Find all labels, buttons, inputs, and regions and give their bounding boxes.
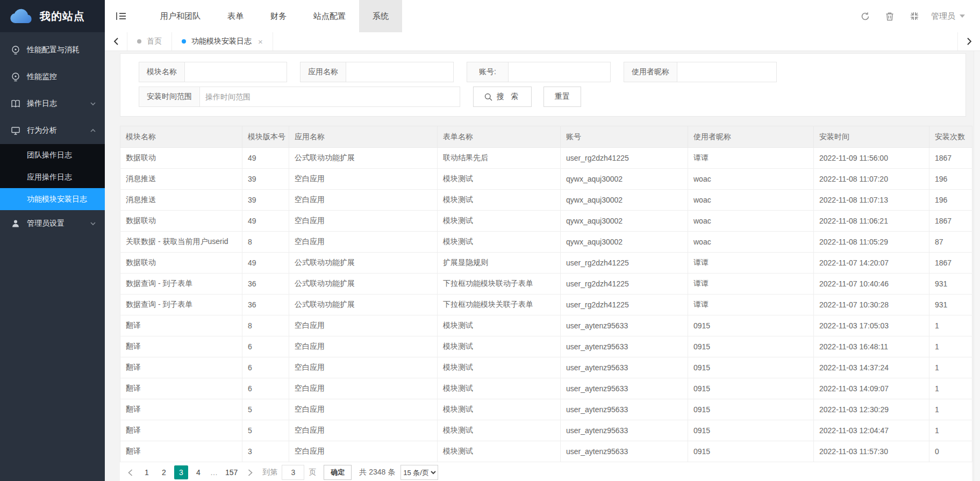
chevron-right-icon bbox=[248, 469, 253, 476]
table-cell: 6 bbox=[242, 336, 289, 357]
table-cell: user_rg2dzh41225 bbox=[561, 274, 688, 295]
nickname-input[interactable] bbox=[677, 62, 777, 82]
clear-cache-button[interactable] bbox=[877, 0, 902, 32]
jump-prefix-label: 到第 bbox=[262, 468, 277, 477]
tab-module-install-log[interactable]: 功能模块安装日志 × bbox=[172, 32, 273, 51]
nav-item-system[interactable]: 系统 bbox=[359, 0, 402, 32]
table-cell: user_aytenz95633 bbox=[561, 399, 688, 420]
table-cell: 模块测试 bbox=[438, 232, 561, 253]
table-cell: 1 bbox=[929, 336, 972, 357]
collapse-menu-icon bbox=[116, 12, 126, 20]
col-header-account: 账号 bbox=[561, 126, 688, 148]
table-cell: 2022-11-03 17:05:03 bbox=[814, 315, 929, 336]
table-cell: 翻译 bbox=[120, 441, 242, 462]
sidebar-item-behavior-analysis[interactable]: 行为分析 bbox=[0, 117, 105, 144]
table-row: 关联数据 - 获取当前用户userid8空白应用模块测试qywx_aquj300… bbox=[120, 232, 972, 253]
pagination-page-3-active[interactable]: 3 bbox=[174, 465, 188, 479]
table-cell: 空白应用 bbox=[289, 378, 438, 399]
table-cell: user_aytenz95633 bbox=[561, 441, 688, 462]
table-cell: 87 bbox=[929, 232, 972, 253]
tabs-scroll-right-button[interactable] bbox=[957, 32, 980, 51]
table-cell: 公式联动功能扩展 bbox=[289, 253, 438, 274]
table-cell: user_aytenz95633 bbox=[561, 315, 688, 336]
table-cell: 5 bbox=[242, 420, 289, 441]
admin-user-menu[interactable]: 管理员 bbox=[931, 11, 965, 21]
sidebar-item-admin-settings[interactable]: 管理员设置 bbox=[0, 210, 105, 237]
pagination-prev-button[interactable] bbox=[122, 465, 138, 480]
table-cell: 2022-11-03 14:37:24 bbox=[814, 357, 929, 378]
table-cell: 0915 bbox=[688, 336, 814, 357]
refresh-button[interactable] bbox=[853, 0, 877, 32]
filter-module-name: 模块名称 bbox=[139, 62, 287, 82]
tab-close-icon[interactable]: × bbox=[258, 37, 263, 46]
col-header-install-time: 安装时间 bbox=[814, 126, 929, 148]
install-time-input[interactable] bbox=[200, 87, 460, 107]
pagination-page-1[interactable]: 1 bbox=[140, 465, 154, 479]
table-cell: 数据联动 bbox=[120, 148, 242, 169]
sidebar-item-performance-monitor[interactable]: 性能监控 bbox=[0, 63, 105, 90]
reset-button[interactable]: 重置 bbox=[543, 87, 581, 107]
table-cell: woac bbox=[688, 190, 814, 211]
table-cell: user_rg2dzh41225 bbox=[561, 253, 688, 274]
logo-bar: 我的站点 bbox=[0, 0, 105, 32]
cloud-logo-icon bbox=[10, 8, 33, 24]
table-cell: 2022-11-08 11:06:21 bbox=[814, 211, 929, 232]
table-cell: 空白应用 bbox=[289, 211, 438, 232]
fullscreen-button[interactable] bbox=[902, 0, 927, 32]
tab-bar: 首页 功能模块安装日志 × bbox=[105, 32, 980, 51]
chevron-left-icon bbox=[128, 469, 133, 476]
vertical-scrollbar[interactable] bbox=[974, 51, 980, 481]
pagination-ellipsis: … bbox=[210, 468, 218, 477]
sidebar-subitem-module-install-log[interactable]: 功能模块安装日志 bbox=[0, 188, 105, 210]
table-cell: 数据查询 - 到子表单 bbox=[120, 274, 242, 295]
table-cell: 1867 bbox=[929, 253, 972, 274]
total-count-label: 共 2348 条 bbox=[359, 468, 395, 477]
filter-nickname: 使用者昵称 bbox=[624, 62, 777, 82]
table-cell: 2022-11-08 11:07:13 bbox=[814, 190, 929, 211]
pagination-page-157[interactable]: 157 bbox=[223, 465, 240, 479]
log-table-card: 模块名称 模块版本号 应用名称 表单名称 账号 使用者昵称 安装时间 安装次数 … bbox=[120, 126, 972, 481]
jump-page-input[interactable] bbox=[282, 465, 304, 480]
table-cell: 6 bbox=[242, 378, 289, 399]
table-cell: user_aytenz95633 bbox=[561, 336, 688, 357]
table-cell: 公式联动功能扩展 bbox=[289, 148, 438, 169]
table-cell: 39 bbox=[242, 190, 289, 211]
chevron-right-icon bbox=[967, 38, 972, 45]
table-cell: 49 bbox=[242, 211, 289, 232]
behavior-analysis-submenu: 团队操作日志 应用操作日志 功能模块安装日志 bbox=[0, 144, 105, 210]
table-cell: 公式联动功能扩展 bbox=[289, 295, 438, 315]
sidebar-item-operation-log[interactable]: 操作日志 bbox=[0, 90, 105, 117]
pagination-page-4[interactable]: 4 bbox=[191, 465, 205, 479]
pagination-next-button[interactable] bbox=[242, 465, 258, 480]
pagination-page-2[interactable]: 2 bbox=[157, 465, 171, 479]
sidebar-item-performance-config[interactable]: 性能配置与消耗 bbox=[0, 37, 105, 63]
table-cell: 模块测试 bbox=[438, 211, 561, 232]
module-name-label: 模块名称 bbox=[139, 62, 185, 82]
search-button[interactable]: 搜 索 bbox=[473, 87, 532, 107]
nav-item-finance[interactable]: 财务 bbox=[257, 0, 300, 32]
table-cell: woac bbox=[688, 211, 814, 232]
page-size-select[interactable]: 15 条/页 bbox=[400, 465, 438, 480]
tabs-scroll-left-button[interactable] bbox=[105, 32, 127, 51]
account-input[interactable] bbox=[509, 62, 611, 82]
gauge-icon bbox=[11, 45, 20, 55]
col-header-nickname: 使用者昵称 bbox=[688, 126, 814, 148]
sidebar-collapse-button[interactable] bbox=[105, 0, 137, 32]
module-name-input[interactable] bbox=[185, 62, 287, 82]
jump-confirm-button[interactable]: 确定 bbox=[324, 465, 352, 480]
nav-item-users-teams[interactable]: 用户和团队 bbox=[147, 0, 214, 32]
sidebar-subitem-team-operation-log[interactable]: 团队操作日志 bbox=[0, 144, 105, 166]
tab-home[interactable]: 首页 bbox=[127, 32, 172, 51]
nav-item-forms[interactable]: 表单 bbox=[214, 0, 257, 32]
nav-item-site-config[interactable]: 站点配置 bbox=[300, 0, 359, 32]
table-cell: 2022-11-03 11:57:30 bbox=[814, 441, 929, 462]
top-right-actions: 管理员 bbox=[853, 0, 980, 32]
pagination-bar: 1 2 3 4 … 157 到第 页 确定 共 2348 条 15 条/页 bbox=[120, 462, 972, 481]
table-cell: qywx_aquj30002 bbox=[561, 169, 688, 190]
filter-account: 账号: bbox=[467, 62, 611, 82]
table-cell: 翻译 bbox=[120, 315, 242, 336]
sidebar-subitem-app-operation-log[interactable]: 应用操作日志 bbox=[0, 166, 105, 188]
app-name-input[interactable] bbox=[346, 62, 454, 82]
table-cell: 0 bbox=[929, 441, 972, 462]
table-cell: 49 bbox=[242, 148, 289, 169]
